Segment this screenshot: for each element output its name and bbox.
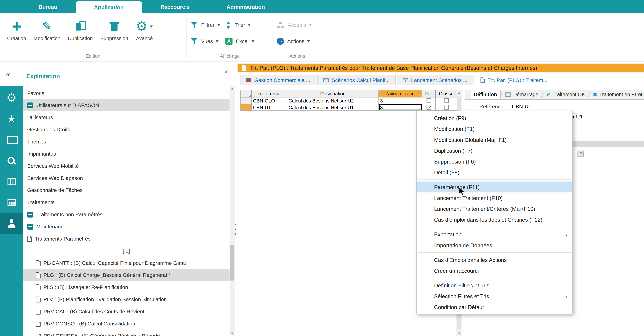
context-menu-item[interactable]: Duplication (F7)	[416, 145, 572, 156]
rail-gear-icon[interactable]	[0, 88, 23, 108]
tab-demarrage[interactable]: Démarrage	[502, 90, 542, 99]
context-menu-item[interactable]: Lancement Traitement (F10)	[416, 192, 572, 203]
sidebar-item[interactable]: Maintenance	[23, 220, 230, 233]
close-sidebar-icon[interactable]	[224, 68, 228, 76]
context-menu-item[interactable]: Lancement Traitement/Critères (Maj+F10)	[416, 203, 572, 214]
sidebar-item[interactable]: Gestion des Droits	[23, 124, 230, 136]
context-menu-item[interactable]: Modification (F1)	[416, 124, 572, 134]
cell-niveau-trace[interactable]: 3	[379, 98, 422, 104]
sidebar-item[interactable]: PL-GANTT : (B) Calcul Capacité Finie pou…	[23, 257, 230, 269]
ribbon-tab[interactable]: Raccourcis	[142, 0, 208, 13]
sidebar-item[interactable]: PRV-CONSO : (B) Calcul Consolidation	[23, 318, 230, 330]
sidebar-item[interactable]: [...]	[23, 245, 230, 257]
context-menu-item[interactable]: Suppression (F6)	[416, 156, 572, 167]
context-menu-item[interactable]	[416, 178, 572, 182]
sidebar-item[interactable]: PLV : (B) Planification : Validation Ses…	[23, 293, 230, 306]
checkbox[interactable]	[426, 98, 431, 103]
context-menu-item[interactable]	[416, 250, 572, 254]
cell-designation[interactable]: Calcul des Besoins Net sur U1	[287, 104, 379, 111]
context-menu-item[interactable]: Définition Filtres et Tris	[416, 280, 572, 290]
actions-button[interactable]: Actions	[275, 34, 314, 48]
rail-monitor-icon[interactable]	[0, 129, 23, 150]
checkbox[interactable]	[444, 98, 448, 103]
cell-reference[interactable]: CBN-U1	[252, 104, 287, 111]
sidebar-scrollbar[interactable]	[230, 86, 234, 336]
row-selector-header[interactable]	[241, 90, 252, 98]
avance-button[interactable]: Avancé	[132, 17, 157, 52]
collapse-sidebar-icon[interactable]	[6, 70, 10, 79]
filtrer-button[interactable]: Filtrer	[189, 18, 222, 32]
niveau-trace-edit-cell[interactable]: 3	[379, 104, 422, 111]
cell-reference[interactable]: CBN-GLO	[252, 98, 287, 104]
rail-search-icon[interactable]	[0, 150, 23, 171]
rail-columns-icon[interactable]	[0, 171, 23, 192]
tab-traitement-ok[interactable]: Traitement OK	[543, 90, 588, 99]
tab-trt-par-plg[interactable]: Trt. Par. (PLG) : Traitem...	[474, 75, 553, 85]
context-menu-item[interactable]: Modification Globale (Maj+F1)	[416, 134, 572, 145]
modification-button[interactable]: Modification	[30, 17, 64, 52]
cell-par[interactable]	[422, 98, 436, 104]
sidebar-item[interactable]: PRV-GENREA : (B) Génération Réalisés / P…	[23, 330, 230, 336]
vues-button[interactable]: Vues	[189, 34, 222, 48]
scroll-down-icon[interactable]	[456, 330, 462, 336]
column-header-reference[interactable]: Référence	[252, 90, 287, 98]
creation-button[interactable]: Création	[3, 17, 30, 52]
context-menu-item[interactable]: Détail (F8)	[416, 167, 572, 178]
scroll-up-icon[interactable]	[230, 86, 234, 91]
column-header-niveau-trace[interactable]: Niveau Trace	[379, 90, 422, 98]
tab-gestion-commerciale[interactable]: Gestion Commerciale ...	[240, 75, 316, 85]
suppression-button[interactable]: Suppression	[96, 17, 132, 52]
row-selector-current[interactable]	[241, 104, 252, 111]
context-menu-item[interactable]: Créer un raccourci	[416, 265, 572, 276]
rail-user-icon[interactable]	[0, 213, 23, 234]
sidebar-item[interactable]: Imprimantes	[23, 148, 230, 160]
ribbon-tab[interactable]: Application	[76, 1, 142, 14]
context-menu-item[interactable]: Cas d'Emploi dans les Actions	[416, 254, 572, 265]
context-menu-item[interactable]: Condition par Défaut	[416, 302, 572, 312]
sidebar-item[interactable]: Traitements non Paramétrés	[23, 208, 230, 220]
context-menu-item[interactable]: Importation de Données	[416, 240, 572, 250]
column-header-classe[interactable]: Classé	[436, 90, 457, 98]
context-menu-item[interactable]: Paramétrage (F11)	[416, 182, 572, 192]
splitter-grip[interactable]	[234, 224, 236, 235]
tab-traitement-erreur[interactable]: Traitement en Erreur	[590, 90, 644, 99]
context-menu-item[interactable]: Création (F9)	[416, 112, 572, 124]
sidebar-item[interactable]: Services Web Diapason	[23, 172, 230, 184]
cell-classe[interactable]	[436, 98, 457, 104]
scroll-down-icon[interactable]	[230, 330, 234, 336]
checkbox[interactable]	[444, 105, 448, 110]
context-menu-item[interactable]	[416, 225, 572, 229]
tab-scenarios-calcul[interactable]: Scénarios Calcul Planif...	[318, 75, 396, 85]
sidebar-item[interactable]: Utilisateurs	[23, 111, 230, 124]
tab-lancement-scenarios[interactable]: Lancement Scénarios ...	[397, 75, 473, 85]
rail-star-icon[interactable]	[0, 108, 23, 129]
sidebar-item[interactable]: Favoris	[23, 87, 230, 99]
rail-chart-icon[interactable]	[0, 192, 23, 213]
sidebar-item[interactable]: Utilisateurs sur DIAPASON	[23, 99, 230, 111]
sidebar-item[interactable]: Traitements Paramétrés	[23, 233, 230, 245]
trier-button[interactable]: Trier	[224, 18, 256, 32]
sidebar-item[interactable]: PLG : (B) Calcul Charge_Besoins Général …	[23, 269, 230, 281]
duplication-button[interactable]: Duplication	[64, 17, 96, 52]
column-header-par[interactable]: Par.	[422, 90, 436, 98]
sidebar-item[interactable]: Traitements	[23, 196, 230, 208]
scrollbar-thumb[interactable]	[230, 245, 234, 281]
checkbox[interactable]	[426, 105, 431, 110]
context-menu-item[interactable]: Cas d'emploi dans les Jobs et Chaînes (F…	[416, 214, 572, 225]
row-selector[interactable]	[241, 98, 252, 104]
sidebar-item[interactable]: Gestionnaire de Tâches	[23, 184, 230, 196]
tab-definition[interactable]: Définition	[470, 90, 501, 99]
help-button[interactable]: ?	[578, 151, 584, 157]
cell-classe[interactable]	[436, 104, 457, 111]
ribbon-tab[interactable]: Administration	[208, 0, 283, 13]
context-menu-item[interactable]: Sélection Filtres et Tris	[416, 291, 572, 302]
context-menu-item[interactable]: Exportation	[416, 229, 572, 240]
sidebar-item[interactable]: PRV-CAL : (B) Calcul des Couts de Revien…	[23, 306, 230, 318]
sidebar-item[interactable]: PLS : (B) Lissage et Re-Planification	[23, 281, 230, 293]
sidebar-item[interactable]: Services Web Mobilité	[23, 160, 230, 172]
cell-par[interactable]	[422, 104, 436, 111]
ribbon-tab[interactable]: Bureau	[20, 0, 76, 13]
sidebar-item[interactable]: Thèmes	[23, 136, 230, 148]
context-menu-item[interactable]	[416, 276, 572, 280]
excel-button[interactable]: Excel	[224, 34, 256, 48]
